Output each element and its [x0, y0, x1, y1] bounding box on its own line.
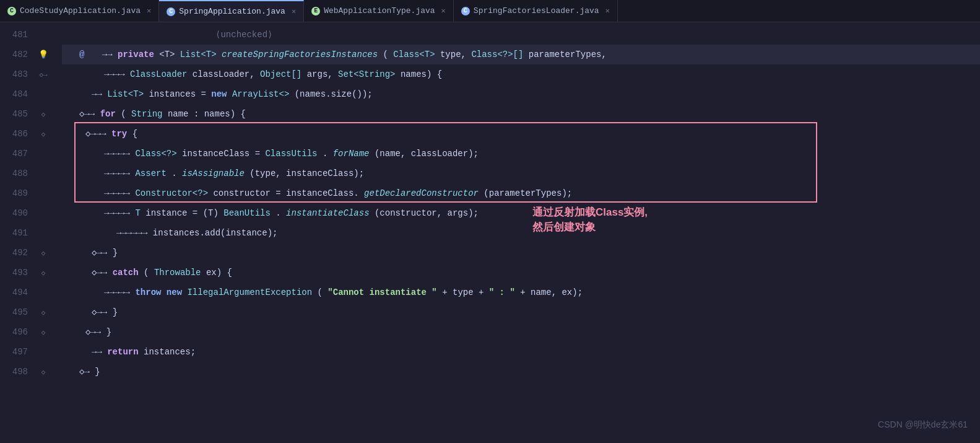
tab-codestudyapplication[interactable]: C CodeStudyApplication.java ✕ [0, 0, 159, 22]
instantiateclass-method: instantiateClass [286, 208, 369, 218]
code-484: →→ List<T> instances = new ArrayList<> (… [92, 84, 373, 104]
code-line-487: →→→→→ Class<?> instanceClass = ClassUtil… [62, 144, 980, 164]
code-497: →→ return instances; [92, 342, 196, 362]
code-487: →→→→→ Class<?> instanceClass = ClassUtil… [104, 144, 479, 164]
gutter-495: 495 ◇ [0, 302, 62, 322]
code-line-496: ◇→→ } [62, 322, 980, 342]
code-area: 481 482 💡 483 ◇→ 484 485 ◇ 486 ◇ 48 [0, 22, 980, 443]
linenum-481: 481 [0, 25, 34, 45]
diamond-icon-485: ◇ [34, 110, 53, 118]
assert-ref: Assert [135, 169, 166, 178]
tab-close-springfactoriesloader[interactable]: ✕ [605, 6, 610, 15]
try-kw: try [111, 129, 127, 139]
bulb-icon-482[interactable]: 💡 [34, 50, 53, 59]
diamond-icon-492: ◇ [34, 249, 53, 257]
for-params: ( [121, 109, 126, 119]
diamond-icon-495: ◇ [34, 309, 53, 317]
close-try: } [113, 248, 118, 258]
throw-kw: throw [135, 287, 161, 297]
tab-close-codestudyapplication[interactable]: ✕ [147, 6, 151, 15]
plus2: + name, ex); [520, 287, 583, 297]
linenum-484: 484 [0, 89, 34, 99]
code-line-481: ⟨unchecked⟩ [62, 25, 980, 45]
param-types: parameterTypes, [529, 50, 607, 59]
code-494: →→→→→ throw new IllegalArgumentException… [104, 283, 583, 302]
getdeclaredconstructor-method: getDeclaredConstructor [364, 188, 479, 198]
gutter-492: 492 ◇ [0, 243, 62, 263]
tab-label-springapplication: SpringApplication.java [179, 7, 285, 16]
list-t: List<T> [107, 89, 144, 99]
tab-close-springapplication[interactable]: ✕ [292, 7, 296, 16]
code-line-494: →→→→→ throw new IllegalArgumentException… [62, 283, 980, 302]
tab-close-webapplicationtype[interactable]: ✕ [441, 6, 446, 15]
code-482-at: @ →→ private <T> List<T> createSpringFac… [79, 45, 607, 64]
dot1: . [323, 149, 327, 159]
instances-var: instances = [149, 89, 211, 99]
gutter-494: 494 [0, 283, 62, 302]
return-kw: return [107, 347, 138, 357]
constructor-var: constructor = instanceClass. [213, 188, 358, 198]
cannot-instantiate-str: "Cannot instantiate " [327, 287, 436, 297]
tab-bar: C CodeStudyApplication.java ✕ C SpringAp… [0, 0, 980, 22]
gutter-481: 481 [0, 25, 62, 45]
linenum-487: 487 [0, 149, 34, 159]
isassignable-method: isAssignable [182, 169, 245, 178]
linenum-483: 483 [0, 69, 34, 79]
linenum-485: 485 [0, 109, 34, 119]
catch-body: ex) { [206, 268, 232, 278]
code-481-comment: ⟨unchecked⟩ [215, 25, 272, 45]
private-kw: private [118, 50, 154, 59]
code-line-492: ◇→→ } [62, 243, 980, 263]
gutter-493: 493 ◇ [0, 263, 62, 283]
tab-icon-codestudyapplication: C [7, 7, 16, 15]
instances-add: instances.add(instance); [153, 228, 278, 238]
forname-args: (name, classLoader); [375, 149, 479, 159]
try-brace: { [132, 129, 137, 139]
diamond-icon-486: ◇ [34, 130, 53, 138]
tab-springapplication[interactable]: C SpringApplication.java ✕ [159, 0, 304, 22]
classloader-type: ClassLoader [130, 69, 187, 79]
classutils-ref: ClassUtils [265, 149, 317, 159]
linenum-491: 491 [0, 228, 34, 238]
linenum-490: 490 [0, 208, 34, 218]
linenum-492: 492 [0, 248, 34, 258]
at-symbol: @ [79, 50, 84, 59]
gutter-491: 491 [0, 223, 62, 243]
instantiate-args: (constructor, args); [375, 208, 479, 218]
string-type-for: String [131, 109, 162, 119]
gutter-488: 488 [0, 164, 62, 183]
linenum-495: 495 [0, 307, 34, 317]
tab-icon-springfactoriesloader: C [461, 7, 470, 15]
class-type: Class<T> [393, 50, 435, 59]
code-491: →→→→→→ instances.add(instance); [116, 223, 277, 243]
type-T: <T> [159, 50, 180, 59]
names-size: (names.size()); [295, 89, 373, 99]
instance-class-var: instanceClass = [182, 149, 265, 159]
code-492: ◇→→ } [92, 243, 118, 263]
constructor-type: Constructor<?> [135, 188, 208, 198]
diamond-icon-493: ◇ [34, 269, 53, 277]
beanutils-ref: BeanUtils [223, 208, 271, 218]
throwable-type: Throwable [154, 268, 201, 278]
code-483: →→→→ ClassLoader classLoader, Object[] a… [104, 64, 442, 84]
code-490: →→→→→ T instance = (T) BeanUtils . insta… [104, 203, 479, 223]
code-line-498: ◇→ } [62, 362, 980, 382]
plus1: + type + [442, 287, 489, 297]
tab-springfactoriesloader[interactable]: C SpringFactoriesLoader.java ✕ [454, 0, 618, 22]
code-496: ◇→→ } [85, 322, 111, 342]
annotation-text: 通过反射加载Class实例,然后创建对象 [532, 205, 648, 235]
code-line-495: ◇→→ } [62, 302, 980, 322]
close-method: } [95, 367, 100, 377]
classloader-param: classLoader, [193, 69, 260, 79]
code-493: ◇→→ catch ( Throwable ex) { [92, 263, 232, 283]
code-488: →→→→→ Assert . isAssignable (type, insta… [104, 164, 364, 183]
tab-webapplicationtype[interactable]: E WebApplicationType.java ✕ [304, 0, 454, 22]
code-content[interactable]: 通过反射加载Class实例,然后创建对象 ⟨unchecked⟩ @ →→ pr… [62, 22, 980, 443]
colon-str: " : " [489, 287, 515, 297]
forname-method: forName [333, 149, 370, 159]
tab-label-codestudyapplication: CodeStudyApplication.java [20, 6, 141, 15]
isassignable-args: (type, instanceClass); [249, 169, 364, 178]
gutter-487: 487 [0, 144, 62, 164]
code-line-493: ◇→→ catch ( Throwable ex) { [62, 263, 980, 283]
tab-icon-webapplicationtype: E [311, 7, 320, 15]
